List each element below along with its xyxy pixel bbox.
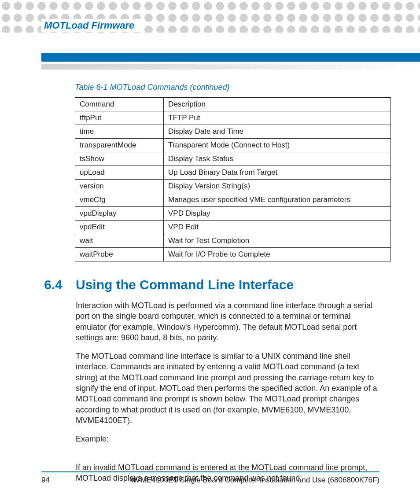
table-header-command: Command <box>75 98 164 111</box>
table-row: wait Wait for Test Completion <box>75 234 391 248</box>
document-title: MVME4100ET Single Board Computer Install… <box>129 476 379 485</box>
table-row: vmeCfg Manages user specified VME config… <box>75 193 391 207</box>
cmd-name: transparentMode <box>75 139 164 152</box>
cmd-desc: VPD Display <box>164 207 391 221</box>
cmd-desc: Wait for I/O Probe to Complete <box>164 248 391 261</box>
table-row: Command Description <box>75 98 391 111</box>
cmd-desc: VPD Edit <box>164 221 391 234</box>
paragraph: The MOTLoad command line interface is si… <box>76 351 380 426</box>
cmd-desc: Display Version String(s) <box>164 180 391 193</box>
cmd-name: wait <box>75 234 164 248</box>
table-row: vpdDisplay VPD Display <box>75 207 391 221</box>
cmd-desc: TFTP Put <box>164 111 391 125</box>
header-grey-bar <box>41 64 420 70</box>
table-row: tftpPut TFTP Put <box>75 111 391 125</box>
table-row: waitProbe Wait for I/O Probe to Complete <box>75 248 391 261</box>
table-row: time Display Date and Time <box>75 125 391 139</box>
header-title-wrap: MOTLoad Firmware <box>41 19 143 32</box>
chapter-title: MOTLoad Firmware <box>44 20 134 31</box>
cmd-desc: Up Load Binary Data from Target <box>164 166 391 180</box>
cmd-name: vpdEdit <box>75 221 164 234</box>
footer-rule <box>41 471 379 472</box>
cmd-desc: Transparent Mode (Connect to Host) <box>164 139 391 152</box>
cmd-desc: Manages user specified VME configuration… <box>164 193 391 207</box>
header-blue-bar <box>41 53 420 62</box>
section-number: 6.4 <box>44 277 76 292</box>
cmd-name: tsShow <box>75 152 164 166</box>
page-number: 94 <box>41 476 50 485</box>
cmd-desc: Wait for Test Completion <box>164 234 391 248</box>
paragraph: Example: <box>76 434 380 444</box>
cmd-name: upLoad <box>75 166 164 180</box>
cmd-name: waitProbe <box>75 248 164 261</box>
cmd-name: time <box>75 125 164 139</box>
paragraph: Interaction with MOTLoad is performed vi… <box>76 300 380 343</box>
cmd-name: vmeCfg <box>75 193 164 207</box>
page-footer: 94 MVME4100ET Single Board Computer Inst… <box>41 471 379 485</box>
cmd-desc: Display Date and Time <box>164 125 391 139</box>
table-row: tsShow Display Task Status <box>75 152 391 166</box>
table-row: upLoad Up Load Binary Data from Target <box>75 166 391 180</box>
cmd-name: vpdDisplay <box>75 207 164 221</box>
section-title: Using the Command Line Interface <box>76 277 294 292</box>
table-header-description: Description <box>164 98 391 111</box>
table-row: vpdEdit VPD Edit <box>75 221 391 234</box>
table-row: version Display Version String(s) <box>75 180 391 193</box>
cmd-name: tftpPut <box>75 111 164 125</box>
table-row: transparentMode Transparent Mode (Connec… <box>75 139 391 152</box>
table-caption: Table 6-1 MOTLoad Commands (continued) <box>75 83 380 92</box>
section-body: Interaction with MOTLoad is performed vi… <box>76 300 380 483</box>
commands-table: Command Description tftpPut TFTP Put tim… <box>75 97 391 261</box>
cmd-name: version <box>75 180 164 193</box>
cmd-desc: Display Task Status <box>164 152 391 166</box>
